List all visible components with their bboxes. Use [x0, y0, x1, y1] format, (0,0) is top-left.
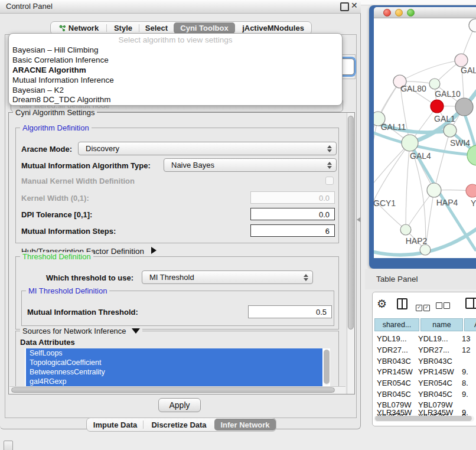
- node-hap2: [400, 224, 411, 235]
- aracne-mode-label: Aracne Mode:: [21, 145, 72, 154]
- dpi-tolerance-label: DPI Tolerance [0,1]:: [21, 210, 92, 219]
- aracne-mode-value: Discovery: [86, 144, 119, 153]
- table-hscroll-thumb[interactable]: [375, 416, 472, 421]
- close-light-icon[interactable]: [383, 9, 391, 17]
- kernel-width-field[interactable]: 0.0: [250, 191, 335, 204]
- network-window-titlebar[interactable]: [374, 7, 476, 18]
- minimized-panel-icon[interactable]: [4, 441, 13, 450]
- mi-threshold-field[interactable]: 0.5: [248, 305, 332, 318]
- tab-network-label: Network: [69, 24, 99, 32]
- mi-type-combo[interactable]: Naive Bayes: [164, 158, 337, 172]
- node-salmon: [466, 184, 476, 197]
- tab-style-label: Style: [114, 24, 132, 32]
- tab-impute-data[interactable]: Impute Data: [87, 418, 144, 431]
- list-item[interactable]: gal4RGexp: [26, 377, 322, 386]
- node-label: GAL1: [434, 114, 455, 123]
- cell: YPR145W: [418, 367, 462, 376]
- which-threshold-label: Which threshold to use:: [46, 273, 133, 282]
- cell: YDR27...: [377, 345, 418, 354]
- settings-vscroll-thumb[interactable]: [348, 116, 354, 330]
- which-threshold-combo[interactable]: MI Threshold: [142, 270, 313, 284]
- tab-jactivemnodules[interactable]: jActiveMNodules: [235, 22, 311, 34]
- sources-group-title[interactable]: Sources for Network Inference: [20, 327, 142, 335]
- menu-item-basic-correlation[interactable]: Basic Correlation Inference: [12, 56, 109, 64]
- tab-infer-network-label: Infer Network: [220, 420, 269, 429]
- cell: 12: [462, 345, 470, 354]
- node-label: GAL10: [435, 89, 461, 99]
- columns-icon[interactable]: [397, 298, 407, 309]
- cell: YDR27...: [418, 345, 462, 354]
- gear-icon[interactable]: ⚙: [377, 297, 387, 311]
- table-row[interactable]: YDR27...YDR27...12: [377, 345, 470, 354]
- algorithm-definition-title: Algorithm Definition: [20, 123, 92, 132]
- cell: 9.: [462, 367, 468, 376]
- algorithm-dropdown-popup: Select algorithm to view settings Bayesi…: [8, 33, 343, 106]
- menu-item-bayesian-k2[interactable]: Bayesian – K2: [12, 86, 64, 94]
- node-label: HAP4: [436, 198, 458, 207]
- aracne-mode-combo[interactable]: Discovery: [78, 142, 337, 155]
- list-item[interactable]: SelfLoops: [26, 348, 322, 358]
- node-gal1-red: [431, 100, 444, 113]
- node-gray: [455, 98, 473, 116]
- menu-item-aracne[interactable]: ARACNE Algorithm: [12, 66, 86, 74]
- cell: YBR043C: [377, 357, 418, 366]
- table-row[interactable]: YBR045CYBR045C9.: [377, 390, 468, 399]
- new-column-icon[interactable]: [465, 298, 476, 309]
- splitter-collapse-icon[interactable]: [357, 217, 360, 222]
- apply-button[interactable]: Apply: [158, 398, 201, 412]
- mi-steps-field[interactable]: 6: [250, 224, 335, 237]
- control-panel-titlebar[interactable]: Control Panel ✕: [0, 0, 361, 14]
- cell: YBR043C: [418, 357, 462, 366]
- menu-item-mutual-information[interactable]: Mutual Information Inference: [12, 76, 114, 84]
- zoom-light-icon[interactable]: [407, 9, 415, 17]
- menu-item-bayesian-hill[interactable]: Bayesian – Hill Climbing: [12, 45, 99, 54]
- table-horizontal-scrollbar[interactable]: [374, 416, 474, 422]
- cell: 13: [462, 334, 470, 343]
- table-panel-strip: Table Panel: [365, 269, 476, 289]
- table-row[interactable]: YER054CYER054C8.: [377, 379, 468, 387]
- list-scrollbar[interactable]: [324, 350, 330, 385]
- menu-item-dream8[interactable]: Dream8 DC_TDC Algorithm: [12, 95, 111, 104]
- manual-kernel-label: Manual Kernel Width Definition: [21, 177, 135, 185]
- list-scrollbar-thumb[interactable]: [324, 350, 330, 384]
- unselect-all-columns-icon[interactable]: [436, 301, 450, 311]
- tab-style[interactable]: Style: [107, 22, 139, 34]
- node-label: HAP2: [406, 236, 428, 246]
- network-canvas[interactable]: GAL GAL80 GAL10 GAL1 GAL11 SWI4 GAL4 GCY…: [374, 18, 476, 258]
- column-header-shared[interactable]: shared...: [374, 318, 419, 331]
- settings-vertical-scrollbar[interactable]: [347, 113, 354, 394]
- tab-network[interactable]: Network: [51, 22, 107, 34]
- settings-hscroll-thumb[interactable]: [11, 387, 335, 393]
- list-item[interactable]: TopologicalCoefficient: [26, 358, 322, 367]
- which-threshold-value: MI Threshold: [149, 273, 194, 282]
- column-header-name[interactable]: name: [420, 318, 463, 331]
- column-header-partial[interactable]: A: [464, 318, 476, 331]
- node: [420, 244, 431, 255]
- float-window-icon[interactable]: [340, 2, 349, 11]
- node-label: GAL4: [410, 151, 431, 161]
- close-icon[interactable]: ✕: [351, 1, 358, 10]
- node-label: GAL: [461, 66, 476, 75]
- node-label: SWI4: [450, 138, 470, 148]
- manual-kernel-checkbox[interactable]: [325, 177, 334, 185]
- tab-discretize-data[interactable]: Discretize Data: [144, 418, 214, 431]
- table-row[interactable]: YBR043CYBR043C: [377, 357, 462, 366]
- network-view-window[interactable]: GAL GAL80 GAL10 GAL1 GAL11 SWI4 GAL4 GCY…: [369, 5, 476, 269]
- cell: YER054C: [418, 379, 462, 387]
- select-all-columns-icon[interactable]: ✓✓: [416, 301, 430, 311]
- minimize-light-icon[interactable]: [395, 9, 403, 17]
- list-item[interactable]: BetweennessCentrality: [26, 367, 322, 377]
- table-row[interactable]: YDL19...YDL19...13: [377, 334, 470, 343]
- data-attributes-list[interactable]: SelfLoops TopologicalCoefficient Between…: [25, 348, 330, 387]
- threshold-definition-title: Threshold Definition: [20, 252, 93, 261]
- tab-cyni-toolbox-label: Cyni Toolbox: [180, 24, 228, 32]
- tab-infer-network[interactable]: Infer Network: [214, 419, 276, 431]
- data-attributes-title: Data Attributes: [20, 338, 75, 347]
- dpi-tolerance-field[interactable]: 0.0: [250, 208, 335, 220]
- cell: YPR145W: [377, 367, 418, 376]
- tab-select[interactable]: Select: [139, 22, 174, 34]
- settings-horizontal-scrollbar[interactable]: [9, 386, 345, 394]
- cyni-settings-title: Cyni Algorithm Settings: [13, 108, 97, 117]
- table-row[interactable]: YPR145WYPR145W9.: [377, 367, 468, 376]
- tab-cyni-toolbox[interactable]: Cyni Toolbox: [174, 22, 235, 34]
